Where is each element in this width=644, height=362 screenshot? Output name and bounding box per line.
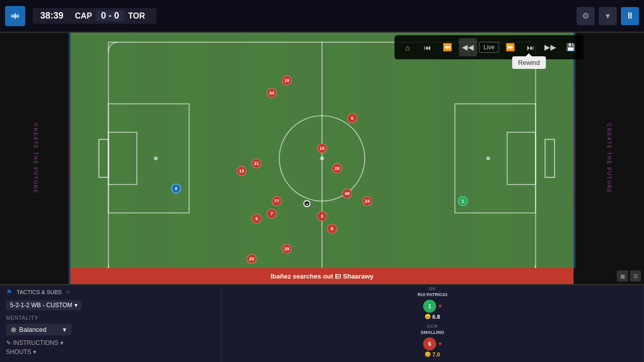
skip-forward-button[interactable]: ▶▶ <box>541 38 559 56</box>
bottom-panel: ⚑ TACTICS & SUBS ✕ 5-2-1-2 WB - CUSTOM ▾… <box>0 284 644 362</box>
side-accent-right <box>574 33 576 284</box>
mentality-section: MENTALITY Balanced ▾ <box>6 315 215 335</box>
player-dot-24[interactable]: 24 <box>362 196 372 206</box>
player-rating-row: 😊7.0 <box>223 351 641 357</box>
playback-controls: ⌂ ⏮ ⏪ ◀◀ Live ⏩ ⏭ ▶▶ 💾 <box>394 35 584 59</box>
player-dot-49[interactable]: 49 <box>342 189 352 199</box>
player-dot-6[interactable]: 6 <box>347 113 357 123</box>
rewind-fast-button[interactable]: ⏪ <box>439 38 457 56</box>
pitch-svg <box>70 33 574 284</box>
player-dot-8[interactable]: 8 <box>171 184 181 194</box>
instructions-button[interactable]: ✎ INSTRUCTIONS ▾ <box>6 339 63 346</box>
svg-point-17 <box>320 156 324 160</box>
app-icon <box>5 6 25 26</box>
match-timer: 38:39 <box>40 11 63 21</box>
svg-rect-2 <box>94 33 132 284</box>
rewind-tooltip: Rewind <box>512 56 546 69</box>
list-view-button[interactable]: ☰ <box>630 270 641 282</box>
player-number: 6 <box>423 337 436 350</box>
side-text-left: CREATE THE FUTURE <box>33 123 38 194</box>
player-dot-13[interactable]: 13 <box>236 166 247 176</box>
player-dot-3[interactable]: 3 <box>317 211 327 221</box>
formation-dropdown-icon: ▾ <box>74 302 77 309</box>
player-dot-10[interactable]: 10 <box>317 143 327 153</box>
player-dot-19[interactable]: 19 <box>282 75 292 85</box>
svg-rect-6 <box>398 33 436 284</box>
tactics-title: TACTICS & SUBS <box>17 289 62 295</box>
live-badge[interactable]: Live <box>479 42 499 53</box>
formation-badge[interactable]: 5-2-1-2 WB - CUSTOM ▾ <box>6 300 82 310</box>
tactics-header: ⚑ TACTICS & SUBS ✕ <box>6 288 215 296</box>
player-heart-button[interactable]: ♥ <box>438 303 442 310</box>
player-position: DCR <box>223 324 641 329</box>
notification-bar: Ibañez searches out El Shaarawy <box>70 268 574 284</box>
shouts-label: SHOUTS <box>6 348 31 355</box>
shouts-chevron: ▾ <box>33 348 36 355</box>
tactics-icon: ⚑ <box>6 288 13 296</box>
top-right-controls: ⚙ ▾ ⏸ <box>577 7 639 25</box>
svg-rect-7 <box>474 33 512 284</box>
player-dot-21[interactable]: 21 <box>252 158 262 168</box>
player-col-dcr[interactable]: DCRSMALLING6♥😊7.0 <box>221 322 644 359</box>
bottom-small-controls: ▦ ☰ <box>574 268 644 284</box>
player-dot-8[interactable]: 8 <box>327 224 337 234</box>
side-panel-right: CREATE THE FUTURE <box>574 33 644 284</box>
mentality-dropdown-icon: ▾ <box>63 326 66 333</box>
player-dot-77[interactable]: 77 <box>272 196 282 206</box>
player-name: SMALLING <box>223 330 641 335</box>
tactics-section: ⚑ TACTICS & SUBS ✕ 5-2-1-2 WB - CUSTOM ▾… <box>0 284 221 362</box>
player-col-gk[interactable]: GKRUI PATRÍCIO1♥😐6.8 <box>221 284 644 322</box>
side-panel-left: CREATE THE FUTURE <box>0 33 70 284</box>
match-info: 38:39 CAP 0 - 0 TOR <box>33 8 156 24</box>
player-dot-20[interactable]: 20 <box>332 163 342 173</box>
pause-button[interactable]: ⏸ <box>621 7 639 25</box>
player-dot-7[interactable]: 7 <box>267 209 277 219</box>
player-rating-row: 😐6.8 <box>223 314 641 320</box>
player-dot-9[interactable]: 9 <box>252 214 262 224</box>
top-bar: 38:39 CAP 0 - 0 TOR ⚙ ▾ ⏸ <box>0 0 644 33</box>
skip-back-button[interactable]: ⏮ <box>419 38 437 56</box>
rating-face: 😊 <box>425 351 431 357</box>
svg-point-20 <box>486 156 490 160</box>
away-team: TOR <box>124 12 149 21</box>
rating-face: 😐 <box>425 314 431 319</box>
home-button[interactable]: ⌂ <box>398 38 417 56</box>
player-num-row: 1♥ <box>223 300 641 313</box>
rewind-button[interactable]: ◀◀ <box>459 38 477 56</box>
ball: ● <box>303 200 310 207</box>
player-dot-34[interactable]: 34 <box>267 88 277 98</box>
dropdown-button[interactable]: ▾ <box>599 7 617 25</box>
save-button[interactable]: 💾 <box>561 38 580 56</box>
pitch-container[interactable]: 193462113207779292010492438819217● <box>70 33 574 284</box>
formation-value: 5-2-1-2 WB - CUSTOM <box>10 302 72 309</box>
player-dot-29[interactable]: 29 <box>282 244 292 254</box>
grid-view-button[interactable]: ▦ <box>617 270 628 282</box>
players-section: GKRUI PATRÍCIO1♥😐6.8DCRSMALLING6♥😊7.0DCK… <box>221 284 644 362</box>
player-number: 1 <box>423 300 436 313</box>
player-num-row: 6♥ <box>223 337 641 350</box>
svg-rect-4 <box>246 33 284 284</box>
player-position: GK <box>223 286 641 291</box>
mentality-value[interactable]: Balanced ▾ <box>6 324 71 335</box>
match-score: 0 - 0 <box>96 11 124 21</box>
instructions-icon: ✎ <box>6 339 11 346</box>
player-dot-1[interactable]: 1 <box>458 196 468 206</box>
player-dot-20[interactable]: 20 <box>247 254 257 264</box>
notification-message: Ibañez searches out El Shaarawy <box>271 273 373 280</box>
home-team: CAP <box>71 12 96 21</box>
rating-value: 6.8 <box>432 314 440 320</box>
settings-button[interactable]: ⚙ <box>577 7 595 25</box>
side-text-right: CREATE THE FUTURE <box>606 123 612 194</box>
mentality-label: MENTALITY <box>6 315 215 321</box>
player-col-dc[interactable]: DCKUMBULLA24♥😐6.7 <box>221 359 644 362</box>
svg-point-18 <box>154 156 158 160</box>
tactics-settings-icon[interactable]: ✕ <box>66 289 70 296</box>
instructions-chevron: ▾ <box>60 339 63 346</box>
mentality-dot <box>11 327 16 332</box>
mentality-text: Balanced <box>19 326 46 333</box>
shouts-button[interactable]: SHOUTS ▾ <box>6 348 36 355</box>
instructions-label: INSTRUCTIONS <box>13 339 58 346</box>
player-heart-button[interactable]: ♥ <box>438 340 442 347</box>
fast-forward-button[interactable]: ⏩ <box>501 38 519 56</box>
formation-row: 5-2-1-2 WB - CUSTOM ▾ <box>6 300 215 310</box>
